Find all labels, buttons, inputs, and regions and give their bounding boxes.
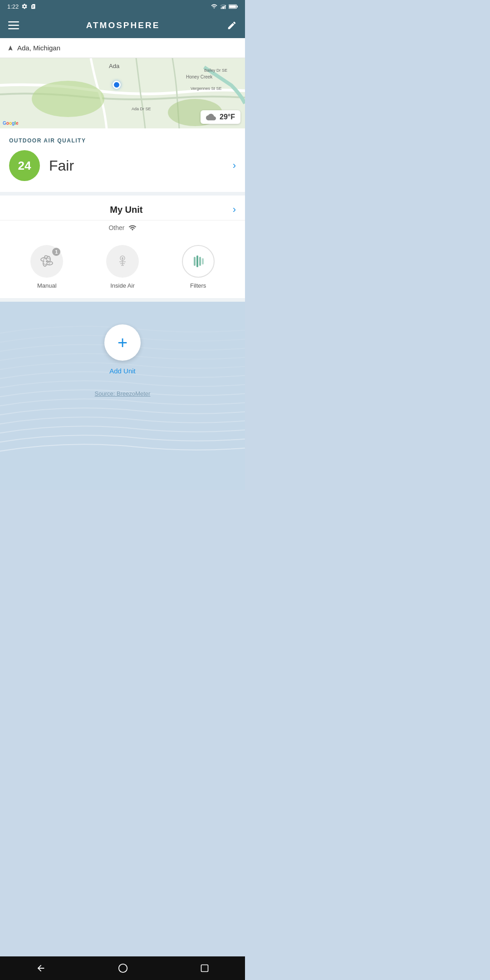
air-quality-row: 24 Fair › [9, 150, 236, 181]
weather-badge: 29°F [201, 110, 240, 124]
svg-point-24 [122, 257, 123, 259]
battery-icon [229, 4, 238, 10]
menu-button[interactable] [8, 21, 19, 29]
inside-air-item[interactable]: Inside Air [106, 245, 139, 289]
sim-icon [30, 3, 36, 10]
inside-air-label: Inside Air [110, 282, 134, 289]
unit-subtitle: Other [0, 220, 245, 238]
unit-chevron[interactable]: › [233, 204, 236, 216]
manual-item[interactable]: 1 Manual [30, 245, 63, 289]
svg-rect-26 [196, 255, 198, 267]
add-unit-label: Add Unit [109, 367, 136, 375]
svg-rect-3 [225, 5, 226, 9]
menu-icon [8, 21, 19, 29]
status-bar: 1:22 [0, 0, 245, 13]
manual-badge: 1 [52, 248, 60, 256]
add-unit-area: + Add Unit [0, 302, 245, 382]
unit-title: My Unit [20, 205, 233, 215]
location-arrow-icon [7, 45, 14, 51]
svg-text:Ada: Ada [109, 63, 120, 69]
manual-label: Manual [37, 282, 57, 289]
filter-icon [190, 253, 206, 270]
svg-text:Vergennes St SE: Vergennes St SE [191, 86, 222, 91]
edit-button[interactable] [227, 20, 237, 30]
air-quality-card[interactable]: OUTDOOR AIR QUALITY 24 Fair › [0, 128, 245, 196]
svg-text:Honey Creek: Honey Creek [186, 74, 213, 79]
inside-air-icon-circle [106, 245, 139, 278]
air-quality-chevron[interactable]: › [233, 160, 236, 172]
svg-rect-25 [194, 257, 196, 266]
location-text: Ada, Michigan [17, 44, 60, 52]
unit-icons-row: 1 Manual Inside Air [0, 238, 245, 298]
filters-label: Filters [190, 282, 206, 289]
aqi-circle: 24 [9, 150, 40, 181]
filters-icon-circle [182, 245, 215, 278]
temperature-text: 29°F [220, 113, 235, 121]
svg-rect-8 [8, 25, 19, 26]
fan-icon [39, 253, 55, 270]
svg-rect-5 [229, 5, 236, 8]
manual-icon-circle: 1 [30, 245, 63, 278]
signal-icon [220, 3, 226, 10]
svg-point-11 [32, 81, 104, 117]
unit-card: My Unit › Other [0, 196, 245, 302]
svg-text:Bailey Dr SE: Bailey Dr SE [204, 68, 227, 73]
cloud-icon [206, 113, 216, 121]
unit-type: Other [108, 224, 124, 231]
time-display: 1:22 [7, 3, 19, 10]
status-right [211, 3, 238, 10]
location-bar[interactable]: Ada, Michigan [0, 38, 245, 58]
wifi-status-icon [211, 3, 218, 10]
outdoor-label: OUTDOOR AIR QUALITY [9, 137, 236, 144]
settings-icon [21, 3, 28, 10]
wifi-icon [128, 225, 137, 231]
aqi-value: 24 [18, 159, 31, 173]
svg-rect-9 [8, 28, 19, 29]
svg-rect-28 [202, 258, 204, 265]
inside-air-icon [115, 254, 130, 269]
svg-rect-0 [221, 7, 222, 9]
svg-rect-27 [199, 257, 201, 266]
add-unit-button[interactable]: + [104, 324, 141, 361]
app-title: ATMOSPHERE [86, 20, 160, 30]
top-bar: ATMOSPHERE [0, 13, 245, 38]
source-text: Source: BreezoMeter [95, 390, 151, 397]
svg-rect-2 [224, 6, 225, 9]
svg-rect-1 [222, 7, 223, 9]
filters-item[interactable]: Filters [182, 245, 215, 289]
svg-text:Ada Dr SE: Ada Dr SE [132, 107, 151, 111]
unit-header[interactable]: My Unit › [0, 196, 245, 220]
svg-rect-6 [237, 5, 238, 7]
svg-rect-7 [8, 21, 19, 23]
aqi-status: Fair [49, 157, 224, 174]
add-plus-icon: + [118, 334, 127, 351]
google-logo: Google [3, 121, 18, 126]
status-left: 1:22 [7, 3, 36, 10]
edit-icon [227, 20, 237, 30]
map-area[interactable]: Ada Honey Creek Bailey Dr SE Vergennes S… [0, 58, 245, 128]
